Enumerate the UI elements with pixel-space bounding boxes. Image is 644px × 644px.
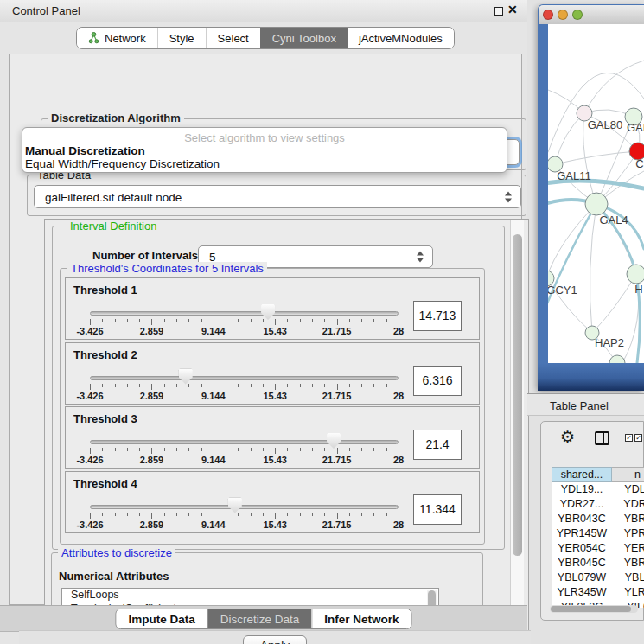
table-data-combobox[interactable]: galFiltered.sif default node — [34, 185, 521, 208]
cell-name[interactable]: YDR2 — [612, 497, 644, 512]
tab-select[interactable]: Select — [206, 28, 260, 48]
slider-track[interactable] — [90, 311, 399, 316]
node-label: GAL11 — [557, 169, 591, 182]
horizontal-scrollbar[interactable] — [550, 605, 638, 613]
table-row[interactable]: YPR145WYPR1 — [552, 526, 644, 541]
network-canvas[interactable]: GAL80GALCGAL11GAL4GCY1HHAP2 — [548, 24, 644, 363]
threshold-value-field[interactable]: 6.316 — [413, 366, 462, 396]
cell-shared-name[interactable]: YER054C — [552, 541, 612, 556]
slider-handle[interactable] — [228, 498, 242, 513]
threshold-value-field[interactable]: 14.713 — [413, 301, 462, 331]
cell-name[interactable]: YPR1 — [612, 526, 644, 541]
tab-network[interactable]: Network — [77, 28, 157, 48]
scale-label: 21.715 — [322, 455, 352, 465]
algorithm-option-equal-width[interactable]: Equal Width/Frequency Discretization — [25, 157, 220, 170]
tick-mark — [176, 448, 177, 451]
horizontal-scrollbar-thumb[interactable] — [551, 606, 631, 612]
tick-mark — [399, 319, 399, 325]
cell-shared-name[interactable]: YBL079W — [552, 571, 612, 585]
tick-mark — [287, 319, 288, 322]
cell-shared-name[interactable]: YLR345W — [552, 585, 612, 600]
column-header-name[interactable]: n — [612, 467, 644, 482]
cell-name[interactable]: YDL1 — [612, 482, 644, 497]
tick-mark — [151, 319, 152, 325]
cell-shared-name[interactable]: YDR27... — [552, 497, 612, 512]
slider-track[interactable] — [90, 505, 399, 509]
network-edge[interactable] — [584, 61, 644, 113]
column-header-shared-name[interactable]: shared... — [552, 467, 612, 482]
network-window-titlebar[interactable] — [539, 5, 644, 24]
discretization-algorithm-title: Discretization Algorithm — [48, 112, 184, 124]
close-window-icon[interactable] — [543, 10, 553, 20]
vertical-scrollbar[interactable] — [510, 220, 524, 629]
apply-button[interactable]: Apply — [243, 635, 307, 644]
cell-shared-name[interactable]: YDL19... — [552, 482, 612, 497]
tick-mark — [151, 384, 152, 390]
tab-cyni-toolbox[interactable]: Cyni Toolbox — [260, 28, 348, 48]
numerical-attributes-label: Numerical Attributes — [59, 570, 169, 583]
column-checkboxes-icon[interactable]: ✓✓ — [625, 434, 642, 442]
tick-mark — [386, 448, 387, 451]
tab-impute-data[interactable]: Impute Data — [116, 609, 207, 628]
table-row[interactable]: YBR045CYBR0 — [552, 556, 644, 571]
table-row[interactable]: YLR345WYLR3 — [552, 585, 644, 600]
network-edge[interactable] — [555, 113, 584, 164]
table-row[interactable]: YBR043CYBR0 — [552, 512, 644, 526]
table-settings-gear-icon[interactable]: ⚙ — [560, 427, 575, 447]
network-node-gal4[interactable] — [585, 193, 608, 215]
cell-shared-name[interactable]: YBR045C — [552, 556, 612, 571]
network-node-h[interactable] — [627, 265, 644, 284]
column-layout-icon[interactable] — [595, 431, 609, 445]
tab-style[interactable]: Style — [157, 28, 206, 48]
zoom-window-icon[interactable] — [572, 10, 583, 20]
slider-ticks — [90, 513, 399, 520]
attribute-list-item[interactable]: SelfLoops — [62, 589, 438, 603]
network-graph[interactable]: GAL80GALCGAL11GAL4GCY1HHAP2 — [548, 24, 644, 363]
cell-name[interactable]: YLR3 — [612, 585, 644, 600]
slider-track[interactable] — [90, 376, 399, 380]
tab-infer-network[interactable]: Infer Network — [311, 609, 411, 628]
network-node[interactable] — [609, 355, 625, 363]
network-edge[interactable] — [590, 204, 596, 333]
table-row[interactable]: YER054CYER0 — [552, 541, 644, 556]
threshold-value-field[interactable]: 21.4 — [413, 430, 462, 460]
table-row[interactable]: YDR27...YDR2 — [552, 497, 644, 512]
close-panel-icon[interactable]: ✕ — [507, 3, 518, 16]
table-row[interactable]: YBL079WYBL0 — [552, 571, 644, 585]
tick-mark — [263, 319, 264, 322]
tick-mark — [115, 384, 116, 387]
tick-mark — [324, 448, 325, 451]
node-label: C — [635, 157, 643, 170]
tab-jactivemnodules[interactable]: jActiveMNodules — [348, 28, 454, 48]
scrollbar-thumb[interactable] — [513, 234, 522, 556]
control-panel: Control Panel ✕ NetworkStyleSelectCyni T… — [0, 0, 527, 644]
slider-handle[interactable] — [179, 369, 193, 385]
cell-name[interactable]: YBR0 — [612, 512, 644, 526]
network-edge[interactable] — [555, 151, 638, 164]
network-edge[interactable] — [592, 274, 636, 333]
table-row[interactable]: YDL19...YDL1 — [552, 482, 644, 497]
tick-mark — [214, 384, 214, 390]
tick-mark — [238, 513, 239, 516]
node-label: GCY1 — [548, 284, 577, 296]
cell-shared-name[interactable]: YBR043C — [552, 512, 612, 526]
scale-label: 21.715 — [322, 391, 352, 401]
threshold-value-field[interactable]: 11.344 — [413, 494, 462, 525]
cell-shared-name[interactable]: YPR145W — [552, 526, 612, 541]
slider-ticks — [90, 448, 399, 455]
cell-name[interactable]: YER0 — [612, 541, 644, 556]
bottom-tab-strip: Impute DataDiscretize DataInfer Network — [0, 605, 527, 632]
minimize-window-icon[interactable] — [558, 10, 568, 20]
slider-handle[interactable] — [261, 304, 275, 320]
algorithm-option-manual[interactable]: Manual Discretization — [25, 144, 145, 157]
cell-name[interactable]: YBR0 — [612, 556, 644, 571]
slider-handle[interactable] — [327, 433, 341, 449]
cell-name[interactable]: YBL0 — [612, 571, 644, 585]
tab-label: jActiveMNodules — [359, 32, 443, 45]
tick-mark — [90, 319, 91, 325]
tab-discretize-data[interactable]: Discretize Data — [207, 609, 312, 628]
algorithm-placeholder: Select algorithm to view settings — [22, 131, 507, 144]
slider-track[interactable] — [90, 440, 399, 444]
tick-mark — [251, 513, 252, 516]
float-panel-icon[interactable] — [494, 7, 503, 16]
